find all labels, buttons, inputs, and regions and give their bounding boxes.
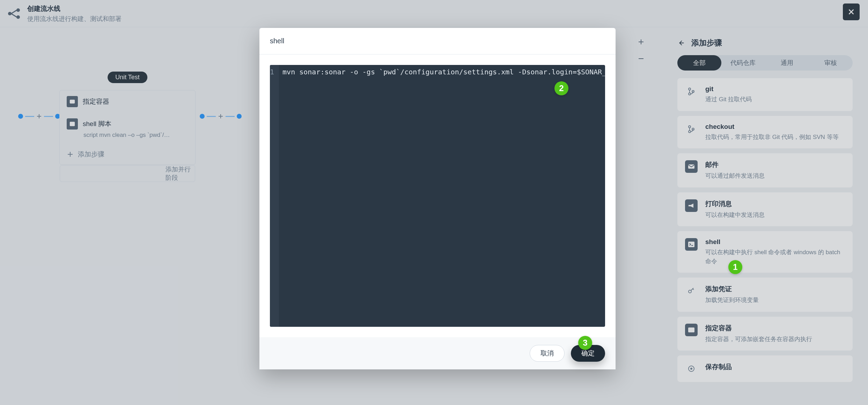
- code-editor[interactable]: 1 mvn sonar:sonar -o -gs `pwd`/configura…: [270, 65, 605, 327]
- app-root: 创建流水线 使用流水线进行构建、测试和部署 Unit Test 指定容器: [0, 0, 868, 405]
- modal-footer: 取消 确定: [259, 337, 616, 369]
- line-number: 1: [270, 68, 274, 76]
- callout-3: 3: [578, 336, 592, 350]
- editor-body[interactable]: mvn sonar:sonar -o -gs `pwd`/configurati…: [279, 65, 605, 327]
- modal-title: shell: [259, 28, 616, 54]
- cancel-button[interactable]: 取消: [530, 345, 565, 362]
- shell-modal: shell 1 mvn sonar:sonar -o -gs `pwd`/con…: [259, 28, 616, 369]
- callout-2: 2: [554, 81, 568, 95]
- editor-gutter: 1: [270, 65, 279, 327]
- callout-1: 1: [728, 260, 742, 274]
